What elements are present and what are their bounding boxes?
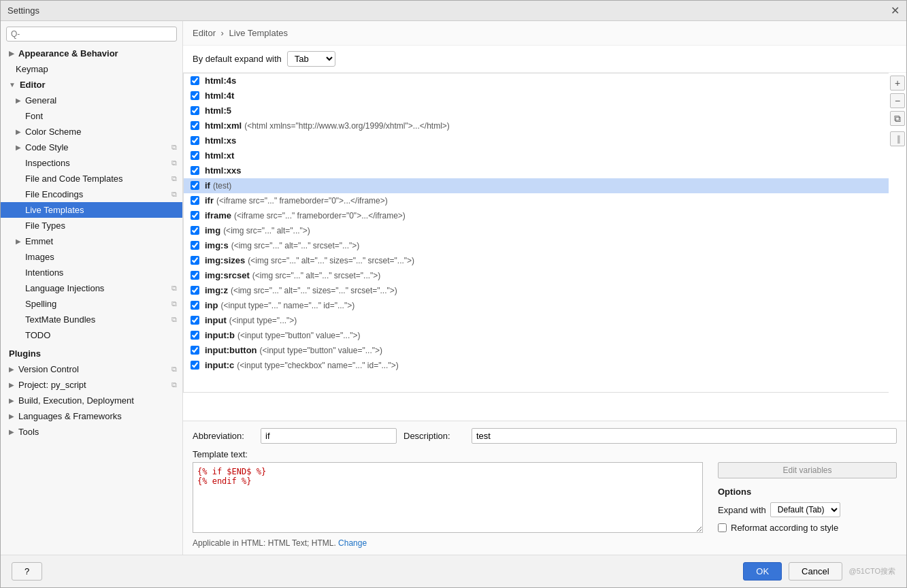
template-row[interactable]: ifr(<iframe src="..." frameborder="0">..…	[184, 193, 889, 208]
template-text-area[interactable]: {% if $END$ %} {% endif %}	[193, 462, 703, 533]
template-abbr: html:xxs	[205, 165, 241, 176]
template-row[interactable]: if(test)	[184, 178, 889, 193]
sidebar-item-todo[interactable]: TODO	[1, 327, 182, 343]
template-row[interactable]: img:z(<img src="..." alt="..." sizes="..…	[184, 283, 889, 298]
template-checkbox[interactable]	[191, 106, 199, 115]
template-checkbox[interactable]	[191, 331, 199, 340]
template-row[interactable]: inp(<input type="..." name="..." id="...…	[184, 298, 889, 313]
sidebar-item-codestyle[interactable]: ▶ Code Style ⧉	[1, 140, 182, 155]
template-checkbox[interactable]	[191, 196, 199, 205]
template-row[interactable]: html:xml(<html xmlns="http://www.w3.org/…	[184, 118, 889, 133]
template-abbr: html:xml	[205, 120, 242, 131]
remove-template-button[interactable]: −	[890, 93, 905, 108]
sidebar-item-livetemplates[interactable]: Live Templates	[1, 202, 182, 218]
change-link[interactable]: Change	[338, 538, 367, 548]
sidebar-item-textmatebundles[interactable]: TextMate Bundles ⧉	[1, 312, 182, 327]
template-checkbox[interactable]	[191, 271, 199, 280]
sidebar-item-build[interactable]: ▶ Build, Execution, Deployment	[1, 393, 182, 408]
template-checkbox[interactable]	[191, 286, 199, 295]
template-checkbox[interactable]	[191, 226, 199, 235]
template-row[interactable]: html:xs	[184, 133, 889, 148]
arrow-icon: ▶	[9, 412, 14, 420]
cancel-button[interactable]: Cancel	[789, 562, 842, 581]
sidebar-item-colorscheme[interactable]: ▶ Color Scheme	[1, 124, 182, 140]
template-checkbox[interactable]	[191, 301, 199, 310]
help-button[interactable]: ?	[12, 562, 42, 581]
sidebar-item-images[interactable]: Images	[1, 249, 182, 265]
sidebar-item-label: Project: py_script	[18, 380, 86, 390]
copy-icon: ⧉	[171, 143, 177, 152]
template-row[interactable]: html:4s	[184, 74, 889, 88]
ok-button[interactable]: OK	[743, 562, 782, 581]
template-row[interactable]: html:4t	[184, 88, 889, 103]
sidebar-item-appearance[interactable]: ▶ Appearance & Behavior	[1, 46, 182, 61]
right-panel: Editor › Live Templates By default expan…	[183, 21, 906, 555]
abbreviation-input[interactable]	[261, 428, 397, 444]
template-checkbox[interactable]	[191, 151, 199, 160]
template-checkbox[interactable]	[191, 256, 199, 265]
sidebar-item-languages[interactable]: ▶ Languages & Frameworks	[1, 408, 182, 424]
sidebar-item-general[interactable]: ▶ General	[1, 93, 182, 108]
template-checkbox[interactable]	[191, 361, 199, 370]
template-row[interactable]: input:b(<input type="button" value="..."…	[184, 328, 889, 343]
template-checkbox[interactable]	[191, 76, 199, 85]
template-checkbox[interactable]	[191, 316, 199, 325]
template-desc: (<input type="checkbox" name="..." id=".…	[237, 361, 398, 370]
template-checkbox[interactable]	[191, 136, 199, 145]
breadcrumb-livetemplates: Live Templates	[229, 28, 288, 38]
settings-dialog: Settings ✕ ▶ Appearance & Behavior Keyma…	[0, 0, 907, 588]
close-button[interactable]: ✕	[891, 4, 900, 17]
template-row[interactable]: input(<input type="...">)	[184, 313, 889, 328]
template-row[interactable]: iframe(<iframe src="..." frameborder="0"…	[184, 208, 889, 223]
sidebar-item-tools[interactable]: ▶ Tools	[1, 424, 182, 440]
sidebar-item-label: Keymap	[16, 64, 48, 74]
sidebar-item-editor[interactable]: ▼ Editor	[1, 77, 182, 93]
template-row[interactable]: img:s(<img src="..." alt="..." srcset=".…	[184, 238, 889, 253]
template-row[interactable]: input:c(<input type="checkbox" name="...…	[184, 358, 889, 373]
scroll-button[interactable]: ▐	[890, 131, 905, 146]
sidebar-item-filetypes[interactable]: File Types	[1, 218, 182, 233]
arrow-icon: ▶	[16, 97, 21, 104]
template-checkbox[interactable]	[191, 91, 199, 100]
template-abbr: img:sizes	[205, 255, 245, 265]
template-checkbox[interactable]	[191, 211, 199, 220]
expand-select[interactable]: Tab Enter Space	[287, 51, 335, 67]
template-checkbox[interactable]	[191, 241, 199, 250]
sidebar-item-inspections[interactable]: Inspections ⧉	[1, 155, 182, 171]
sidebar-item-languageinjections[interactable]: Language Injections ⧉	[1, 280, 182, 296]
sidebar-item-keymap[interactable]: Keymap	[1, 61, 182, 77]
sidebar-item-spelling[interactable]: Spelling ⧉	[1, 296, 182, 312]
sidebar-item-font[interactable]: Font	[1, 108, 182, 124]
search-input[interactable]	[6, 27, 177, 42]
template-row[interactable]: html:5	[184, 103, 889, 118]
template-abbr: img	[205, 225, 220, 235]
search-box	[1, 21, 182, 46]
template-row[interactable]: img(<img src="..." alt="...">)	[184, 223, 889, 238]
template-row[interactable]: html:xt	[184, 148, 889, 163]
sidebar-item-versioncontrol[interactable]: ▶ Version Control ⧉	[1, 361, 182, 377]
template-checkbox[interactable]	[191, 346, 199, 355]
copy-template-button[interactable]: ⧉	[890, 111, 905, 126]
description-input[interactable]	[472, 428, 897, 444]
template-checkbox[interactable]	[191, 166, 199, 175]
template-row[interactable]: img:sizes(<img src="..." alt="..." sizes…	[184, 253, 889, 268]
sidebar-item-intentions[interactable]: Intentions	[1, 265, 182, 280]
sidebar-item-project[interactable]: ▶ Project: py_script ⧉	[1, 377, 182, 393]
template-abbr: input:b	[205, 330, 235, 340]
sidebar-item-filecodetemplates[interactable]: File and Code Templates ⧉	[1, 171, 182, 186]
sidebar-item-label: Color Scheme	[25, 127, 81, 137]
edit-variables-button[interactable]: Edit variables	[718, 462, 897, 478]
sidebar-item-plugins[interactable]: Plugins	[1, 346, 182, 361]
template-checkbox[interactable]	[191, 181, 199, 190]
add-template-button[interactable]: +	[890, 76, 905, 91]
template-row[interactable]: img:srcset(<img src="..." alt="..." srcs…	[184, 268, 889, 283]
expand-with-select[interactable]: Default (Tab) Tab Enter Space	[770, 502, 840, 517]
template-row[interactable]: input:button(<input type="button" value=…	[184, 343, 889, 358]
sidebar-item-emmet[interactable]: ▶ Emmet	[1, 233, 182, 249]
dialog-footer: ? OK Cancel @51CTO搜索	[1, 555, 906, 587]
template-checkbox[interactable]	[191, 121, 199, 130]
template-row[interactable]: html:xxs	[184, 163, 889, 178]
sidebar-item-fileencodings[interactable]: File Encodings ⧉	[1, 186, 182, 202]
reformat-checkbox[interactable]	[718, 523, 727, 532]
template-list: html:4shtml:4thtml:5html:xml(<html xmlns…	[183, 73, 889, 393]
